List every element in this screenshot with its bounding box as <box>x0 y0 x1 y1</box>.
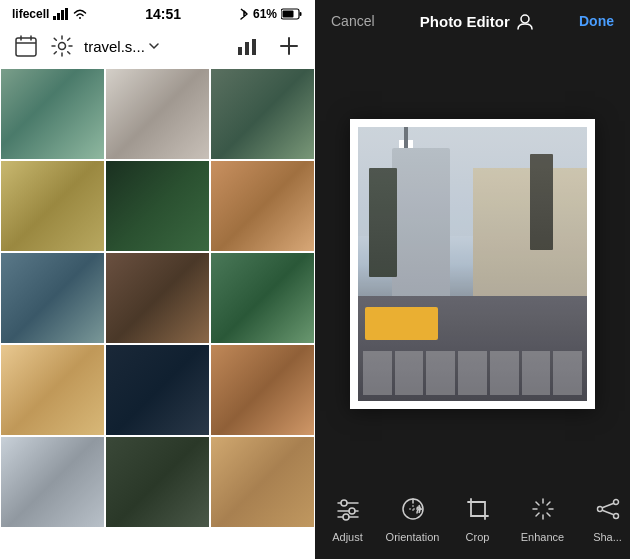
wifi-icon <box>73 8 87 20</box>
status-bar: lifecell 14:51 61% <box>0 0 315 28</box>
grid-row <box>1 253 314 343</box>
settings-button[interactable] <box>48 32 76 60</box>
orientation-icon <box>397 493 429 525</box>
carrier-label: lifecell <box>12 7 49 21</box>
crop-tool[interactable]: Crop <box>445 493 510 543</box>
adjust-label: Adjust <box>332 531 363 543</box>
svg-line-39 <box>602 510 614 515</box>
list-item[interactable] <box>106 253 209 343</box>
status-time: 14:51 <box>145 6 181 22</box>
svg-rect-7 <box>16 38 36 56</box>
editor-title-text: Photo Editor <box>420 13 510 30</box>
grid-row <box>1 437 314 527</box>
done-button[interactable]: Done <box>579 13 614 29</box>
list-item[interactable] <box>211 69 314 159</box>
list-item[interactable] <box>1 69 104 159</box>
list-item[interactable] <box>1 253 104 343</box>
svg-rect-3 <box>65 8 68 20</box>
list-item[interactable] <box>211 161 314 251</box>
svg-point-35 <box>597 507 602 512</box>
list-item[interactable] <box>106 161 209 251</box>
right-panel: Cancel Photo Editor Done <box>315 0 630 559</box>
svg-point-17 <box>521 15 529 23</box>
enhance-label: Enhance <box>521 531 564 543</box>
share-icon <box>592 493 624 525</box>
chart-button[interactable] <box>233 32 261 60</box>
status-left: lifecell <box>12 7 87 21</box>
list-item[interactable] <box>106 437 209 527</box>
svg-rect-0 <box>53 16 56 20</box>
svg-point-19 <box>341 500 347 506</box>
svg-line-34 <box>536 513 539 516</box>
svg-point-36 <box>613 500 618 505</box>
chevron-down-icon <box>149 43 159 50</box>
share-label: Sha... <box>593 531 622 543</box>
list-item[interactable] <box>211 253 314 343</box>
list-item[interactable] <box>1 345 104 435</box>
grid-row <box>1 69 314 159</box>
svg-line-33 <box>547 502 550 505</box>
enhance-tool[interactable]: Enhance <box>510 493 575 543</box>
orientation-label: Orientation <box>386 531 440 543</box>
photo-grid <box>0 68 315 559</box>
calendar-button[interactable] <box>12 32 40 60</box>
svg-rect-5 <box>299 12 301 16</box>
svg-rect-2 <box>61 10 64 20</box>
svg-rect-1 <box>57 13 60 20</box>
list-item[interactable] <box>106 69 209 159</box>
toolbar-right <box>233 32 303 60</box>
svg-rect-6 <box>282 11 293 18</box>
svg-rect-12 <box>238 47 242 55</box>
bluetooth-icon <box>239 7 249 21</box>
album-title[interactable]: travel.s... <box>84 38 225 55</box>
list-item[interactable] <box>1 161 104 251</box>
svg-point-11 <box>59 43 66 50</box>
app-toolbar: travel.s... <box>0 28 315 68</box>
svg-line-31 <box>536 502 539 505</box>
editor-header: Cancel Photo Editor Done <box>315 0 630 42</box>
svg-line-38 <box>602 503 614 508</box>
svg-point-23 <box>343 514 349 520</box>
left-panel: lifecell 14:51 61% <box>0 0 315 559</box>
editor-toolbar: Adjust Orientation <box>315 485 630 559</box>
list-item[interactable] <box>211 345 314 435</box>
svg-rect-13 <box>245 42 249 55</box>
svg-point-21 <box>349 508 355 514</box>
share-tool[interactable]: Sha... <box>575 493 630 543</box>
user-icon <box>516 12 534 30</box>
editor-image-area <box>315 42 630 485</box>
enhance-icon <box>527 493 559 525</box>
editor-title: Photo Editor <box>420 12 534 30</box>
adjust-tool[interactable]: Adjust <box>315 493 380 543</box>
battery-icon <box>281 8 303 20</box>
signal-icon <box>53 8 69 20</box>
orientation-tool[interactable]: Orientation <box>380 493 445 543</box>
grid-row <box>1 161 314 251</box>
battery-percent: 61% <box>253 7 277 21</box>
status-right: 61% <box>239 7 303 21</box>
svg-rect-14 <box>252 39 256 55</box>
svg-point-37 <box>613 514 618 519</box>
cancel-button[interactable]: Cancel <box>331 13 375 29</box>
svg-line-32 <box>547 513 550 516</box>
grid-row <box>1 345 314 435</box>
crop-label: Crop <box>466 531 490 543</box>
list-item[interactable] <box>1 437 104 527</box>
adjust-icon <box>332 493 364 525</box>
crop-icon <box>462 493 494 525</box>
add-button[interactable] <box>275 32 303 60</box>
photo-preview <box>358 127 587 401</box>
list-item[interactable] <box>106 345 209 435</box>
list-item[interactable] <box>211 437 314 527</box>
editor-photo <box>350 119 595 409</box>
